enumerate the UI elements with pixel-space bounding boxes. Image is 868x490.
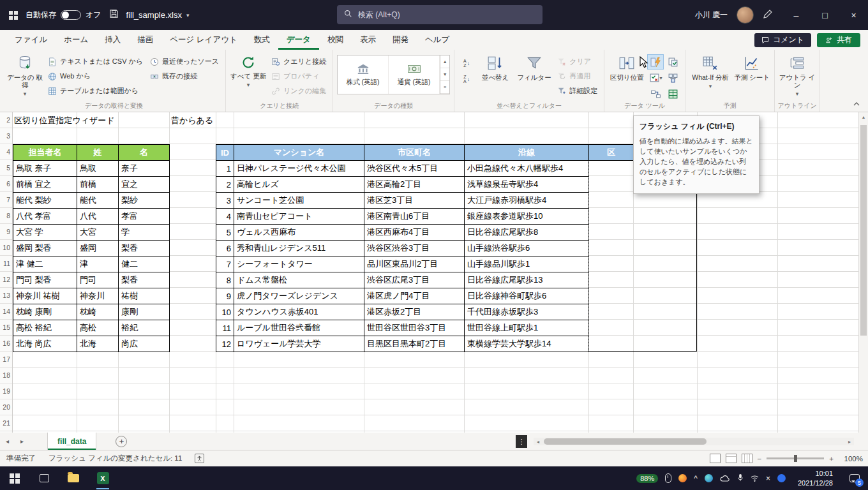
cell[interactable]: 10 bbox=[216, 304, 234, 320]
cell[interactable]: 5 bbox=[216, 225, 234, 241]
cell[interactable]: 港区芝3丁目 bbox=[364, 193, 465, 209]
cell[interactable]: 裕紀 bbox=[119, 320, 170, 336]
cell[interactable]: 高松 裕紀 bbox=[13, 320, 77, 336]
pen-icon[interactable] bbox=[763, 9, 773, 22]
what-if-analysis-button[interactable]: What-If 分析 ▾ bbox=[689, 52, 731, 89]
cell[interactable]: 目黒区目黒本町2丁目 bbox=[364, 336, 465, 352]
cell[interactable]: 前橋 bbox=[77, 177, 119, 193]
sheet-nav-left-icon[interactable]: ◂ bbox=[0, 438, 15, 445]
cell[interactable]: 北海 bbox=[77, 336, 119, 352]
document-title[interactable]: fill_sample.xlsx ▾ bbox=[126, 10, 190, 20]
row-header[interactable]: 12 bbox=[0, 272, 12, 287]
vertical-scroll-thumb[interactable] bbox=[860, 125, 867, 336]
cell[interactable]: 7 bbox=[216, 256, 234, 272]
sort-descending-button[interactable]: ZA↓ bbox=[458, 72, 475, 86]
cell[interactable]: 1 bbox=[216, 161, 234, 177]
cell[interactable]: 6 bbox=[216, 241, 234, 256]
cell[interactable]: 南青山セピアコート bbox=[234, 209, 364, 225]
refresh-all-button[interactable]: すべて 更新 ▾ bbox=[230, 52, 267, 88]
cell[interactable]: 学 bbox=[119, 225, 170, 241]
cell[interactable]: 日比谷線広尾駅歩13 bbox=[465, 272, 589, 288]
comments-button[interactable]: コメント bbox=[754, 33, 811, 47]
cell[interactable]: 秀和青山レジデンス511 bbox=[234, 241, 364, 256]
cell[interactable]: 宜之 bbox=[119, 177, 170, 193]
battery-indicator[interactable]: 88% bbox=[636, 474, 658, 483]
cell[interactable]: タウンハウス赤坂401 bbox=[234, 304, 364, 320]
cell[interactable]: 枕崎 康剛 bbox=[13, 304, 77, 320]
sheet-nav-right-icon[interactable]: ▸ bbox=[15, 438, 29, 445]
cell[interactable]: 日比谷線広尾駅歩8 bbox=[465, 225, 589, 241]
cell[interactable]: 盛岡 梨香 bbox=[13, 241, 77, 256]
gallery-down-icon[interactable]: ▼ bbox=[440, 68, 449, 81]
row-header[interactable]: 8 bbox=[0, 208, 12, 223]
cell[interactable]: 世田谷区世田谷3丁目 bbox=[364, 320, 465, 336]
cell[interactable]: 八代 孝富 bbox=[13, 209, 77, 225]
row-header[interactable]: 4 bbox=[0, 144, 12, 160]
cell[interactable]: 港区虎ノ門4丁目 bbox=[364, 288, 465, 304]
stocks-card[interactable]: 株式 (英語) bbox=[338, 56, 389, 94]
maximize-button[interactable]: □ bbox=[811, 0, 839, 30]
cell[interactable]: 能代 梨紗 bbox=[13, 193, 77, 209]
cell[interactable]: 世田谷線上町駅歩1 bbox=[465, 320, 589, 336]
accessibility-icon[interactable] bbox=[195, 454, 204, 463]
cell[interactable]: 日神パレステージ代々木公園 bbox=[234, 161, 364, 177]
tab-review[interactable]: 校閲 bbox=[319, 30, 352, 50]
tab-home[interactable]: ホーム bbox=[56, 30, 96, 50]
sheet-tab-fill-data[interactable]: fill_data bbox=[47, 433, 96, 450]
relationships-button[interactable] bbox=[647, 86, 664, 101]
cell[interactable]: 八代 bbox=[77, 209, 119, 225]
tab-help[interactable]: ヘルプ bbox=[417, 30, 458, 50]
share-button[interactable]: 共有 bbox=[817, 33, 860, 47]
autosave-toggle[interactable] bbox=[61, 10, 81, 20]
from-text-csv-button[interactable]: テキストまたは CSV から bbox=[45, 55, 146, 68]
header-cell[interactable]: 担当者名 bbox=[13, 145, 77, 161]
header-cell[interactable]: 名 bbox=[119, 145, 170, 161]
tab-data[interactable]: データ bbox=[278, 30, 319, 50]
recent-sources-button[interactable]: 最近使ったソース bbox=[147, 55, 221, 68]
search-input[interactable]: 検索 (Alt+Q) bbox=[337, 5, 542, 24]
cell[interactable]: 梨紗 bbox=[119, 193, 170, 209]
properties-button[interactable]: プロパティ bbox=[269, 70, 329, 83]
row-header[interactable]: 19 bbox=[0, 383, 12, 399]
forecast-sheet-button[interactable]: 予測 シート bbox=[733, 52, 770, 81]
page-break-view-button[interactable] bbox=[742, 454, 752, 463]
row-header[interactable]: 2 bbox=[0, 112, 12, 128]
header-cell[interactable]: 市区町名 bbox=[364, 145, 465, 161]
tab-formulas[interactable]: 数式 bbox=[246, 30, 278, 50]
header-cell[interactable]: マンション名 bbox=[234, 145, 364, 161]
row-header[interactable]: 10 bbox=[0, 240, 12, 255]
sort-ascending-button[interactable]: AZ↓ bbox=[458, 56, 475, 70]
horizontal-scroll-thumb[interactable] bbox=[544, 438, 707, 445]
row-header[interactable]: 3 bbox=[0, 128, 12, 144]
cell[interactable]: 銀座線表参道駅歩10 bbox=[465, 209, 589, 225]
zoom-slider[interactable] bbox=[767, 457, 824, 459]
row-header[interactable]: 5 bbox=[0, 160, 12, 175]
cell[interactable]: 日比谷線神谷町駅歩6 bbox=[465, 288, 589, 304]
cell[interactable]: 奈子 bbox=[119, 161, 170, 177]
cell[interactable]: 盛岡 bbox=[77, 241, 119, 256]
data-validation-button[interactable]: ▾ bbox=[647, 70, 664, 85]
cell[interactable]: 鳥取 奈子 bbox=[13, 161, 77, 177]
row-header[interactable]: 16 bbox=[0, 336, 12, 351]
filter-button[interactable]: フィルター bbox=[516, 52, 553, 81]
cell[interactable]: シーフォートタワー bbox=[234, 256, 364, 272]
tab-insert[interactable]: 挿入 bbox=[96, 30, 129, 50]
scroll-up-icon[interactable]: ▲ bbox=[859, 112, 868, 122]
cell[interactable]: ヴェルス西麻布 bbox=[234, 225, 364, 241]
scroll-right-icon[interactable]: ▸ bbox=[845, 438, 854, 445]
cell[interactable]: 枕崎 bbox=[77, 304, 119, 320]
cell[interactable]: 祐樹 bbox=[119, 288, 170, 304]
remove-duplicates-button[interactable] bbox=[664, 54, 681, 70]
cell[interactable]: 千代田線赤坂駅歩3 bbox=[465, 304, 589, 320]
tab-draw[interactable]: 描画 bbox=[129, 30, 161, 50]
header-cell[interactable]: 沿線 bbox=[465, 145, 589, 161]
zoom-percentage[interactable]: 100% bbox=[839, 455, 863, 463]
cell[interactable]: 港区西麻布4丁目 bbox=[364, 225, 465, 241]
row-header[interactable]: 11 bbox=[0, 256, 12, 271]
cell[interactable]: 大宮 bbox=[77, 225, 119, 241]
row-header[interactable]: 9 bbox=[0, 224, 12, 239]
mouse-settings-icon[interactable] bbox=[665, 473, 671, 483]
scroll-options-icon[interactable]: ⋮ bbox=[516, 435, 527, 448]
clear-filter-button[interactable]: クリア bbox=[555, 55, 600, 68]
get-data-button[interactable]: データの 取得 ▾ bbox=[6, 52, 43, 97]
